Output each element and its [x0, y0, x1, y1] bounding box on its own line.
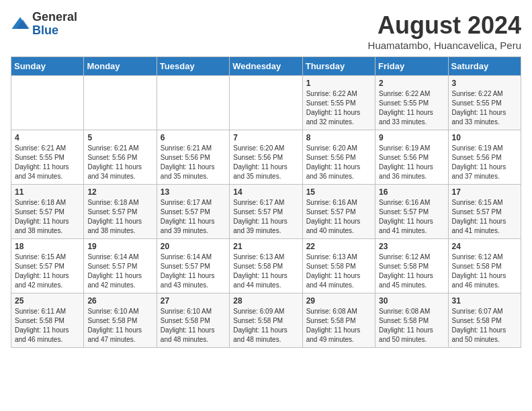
day-info: Sunrise: 6:19 AM Sunset: 5:56 PM Dayligh… — [379, 144, 444, 181]
day-number: 2 — [379, 79, 444, 88]
calendar-cell — [230, 76, 302, 130]
day-info: Sunrise: 6:08 AM Sunset: 5:58 PM Dayligh… — [306, 307, 371, 345]
day-info: Sunrise: 6:12 AM Sunset: 5:58 PM Dayligh… — [379, 253, 444, 290]
sub-title: Huamatambo, Huancavelica, Peru — [368, 40, 521, 51]
day-info: Sunrise: 6:08 AM Sunset: 5:58 PM Dayligh… — [379, 307, 444, 345]
day-header-wednesday: Wednesday — [230, 57, 302, 76]
calendar-cell: 22Sunrise: 6:13 AM Sunset: 5:58 PM Dayli… — [302, 239, 375, 293]
calendar-cell: 30Sunrise: 6:08 AM Sunset: 5:58 PM Dayli… — [375, 293, 448, 348]
calendar-cell: 4Sunrise: 6:21 AM Sunset: 5:55 PM Daylig… — [11, 130, 84, 185]
day-number: 21 — [233, 242, 298, 251]
day-info: Sunrise: 6:11 AM Sunset: 5:58 PM Dayligh… — [15, 307, 80, 345]
calendar-cell: 29Sunrise: 6:08 AM Sunset: 5:58 PM Dayli… — [302, 293, 375, 348]
day-number: 7 — [233, 133, 298, 142]
calendar-cell: 20Sunrise: 6:14 AM Sunset: 5:57 PM Dayli… — [157, 239, 229, 293]
calendar-cell: 13Sunrise: 6:17 AM Sunset: 5:57 PM Dayli… — [157, 185, 229, 239]
day-info: Sunrise: 6:16 AM Sunset: 5:57 PM Dayligh… — [306, 198, 371, 236]
day-info: Sunrise: 6:18 AM Sunset: 5:57 PM Dayligh… — [87, 198, 152, 236]
day-number: 19 — [87, 242, 152, 251]
day-number: 27 — [161, 296, 226, 306]
calendar-cell: 6Sunrise: 6:21 AM Sunset: 5:56 PM Daylig… — [157, 130, 229, 185]
day-number: 10 — [452, 133, 517, 142]
day-info: Sunrise: 6:18 AM Sunset: 5:57 PM Dayligh… — [15, 198, 80, 236]
day-info: Sunrise: 6:10 AM Sunset: 5:58 PM Dayligh… — [87, 307, 152, 345]
day-number: 3 — [452, 79, 517, 88]
calendar-table: SundayMondayTuesdayWednesdayThursdayFrid… — [11, 56, 521, 348]
day-number: 18 — [15, 242, 80, 251]
day-info: Sunrise: 6:13 AM Sunset: 5:58 PM Dayligh… — [233, 253, 298, 290]
day-info: Sunrise: 6:22 AM Sunset: 5:55 PM Dayligh… — [379, 89, 444, 127]
day-number: 31 — [452, 296, 517, 306]
calendar-cell: 28Sunrise: 6:09 AM Sunset: 5:58 PM Dayli… — [230, 293, 302, 348]
calendar-cell: 7Sunrise: 6:20 AM Sunset: 5:56 PM Daylig… — [230, 130, 302, 185]
day-number: 5 — [87, 133, 152, 142]
day-header-monday: Monday — [84, 57, 157, 76]
day-number: 28 — [233, 296, 298, 306]
calendar-cell: 18Sunrise: 6:15 AM Sunset: 5:57 PM Dayli… — [11, 239, 84, 293]
day-info: Sunrise: 6:10 AM Sunset: 5:58 PM Dayligh… — [161, 307, 226, 345]
day-info: Sunrise: 6:09 AM Sunset: 5:58 PM Dayligh… — [233, 307, 298, 345]
day-number: 22 — [306, 242, 371, 251]
day-number: 29 — [306, 296, 371, 306]
day-info: Sunrise: 6:17 AM Sunset: 5:57 PM Dayligh… — [233, 198, 298, 236]
day-info: Sunrise: 6:20 AM Sunset: 5:56 PM Dayligh… — [233, 144, 298, 181]
calendar-cell: 27Sunrise: 6:10 AM Sunset: 5:58 PM Dayli… — [157, 293, 229, 348]
calendar-cell: 17Sunrise: 6:15 AM Sunset: 5:57 PM Dayli… — [448, 185, 521, 239]
calendar-cell: 31Sunrise: 6:07 AM Sunset: 5:58 PM Dayli… — [448, 293, 521, 348]
calendar-cell: 8Sunrise: 6:20 AM Sunset: 5:56 PM Daylig… — [302, 130, 375, 185]
calendar-cell — [157, 76, 229, 130]
day-info: Sunrise: 6:14 AM Sunset: 5:57 PM Dayligh… — [161, 253, 226, 290]
day-number: 26 — [87, 296, 152, 306]
calendar-cell: 1Sunrise: 6:22 AM Sunset: 5:55 PM Daylig… — [302, 76, 375, 130]
calendar-cell: 5Sunrise: 6:21 AM Sunset: 5:56 PM Daylig… — [84, 130, 157, 185]
day-number: 4 — [15, 133, 80, 142]
logo-icon — [11, 15, 30, 34]
title-area: August 2024 Huamatambo, Huancavelica, Pe… — [368, 11, 521, 51]
day-number: 13 — [161, 187, 226, 197]
calendar-cell: 19Sunrise: 6:14 AM Sunset: 5:57 PM Dayli… — [84, 239, 157, 293]
day-info: Sunrise: 6:15 AM Sunset: 5:57 PM Dayligh… — [452, 198, 517, 236]
day-info: Sunrise: 6:16 AM Sunset: 5:57 PM Dayligh… — [379, 198, 444, 236]
day-info: Sunrise: 6:14 AM Sunset: 5:57 PM Dayligh… — [87, 253, 152, 290]
calendar-cell — [84, 76, 157, 130]
day-header-tuesday: Tuesday — [157, 57, 229, 76]
calendar-cell: 9Sunrise: 6:19 AM Sunset: 5:56 PM Daylig… — [375, 130, 448, 185]
calendar-cell — [11, 76, 84, 130]
day-header-sunday: Sunday — [11, 57, 84, 76]
day-info: Sunrise: 6:12 AM Sunset: 5:58 PM Dayligh… — [452, 253, 517, 290]
calendar-cell: 23Sunrise: 6:12 AM Sunset: 5:58 PM Dayli… — [375, 239, 448, 293]
day-number: 6 — [161, 133, 226, 142]
day-info: Sunrise: 6:21 AM Sunset: 5:55 PM Dayligh… — [15, 144, 80, 181]
day-info: Sunrise: 6:22 AM Sunset: 5:55 PM Dayligh… — [306, 89, 371, 127]
day-number: 8 — [306, 133, 371, 142]
calendar-cell: 25Sunrise: 6:11 AM Sunset: 5:58 PM Dayli… — [11, 293, 84, 348]
day-info: Sunrise: 6:21 AM Sunset: 5:56 PM Dayligh… — [161, 144, 226, 181]
logo-general-text: General — [32, 10, 77, 24]
day-number: 14 — [233, 187, 298, 197]
calendar-cell: 10Sunrise: 6:19 AM Sunset: 5:56 PM Dayli… — [448, 130, 521, 185]
day-info: Sunrise: 6:20 AM Sunset: 5:56 PM Dayligh… — [306, 144, 371, 181]
calendar-cell: 21Sunrise: 6:13 AM Sunset: 5:58 PM Dayli… — [230, 239, 302, 293]
day-number: 20 — [161, 242, 226, 251]
day-number: 17 — [452, 187, 517, 197]
calendar-cell: 11Sunrise: 6:18 AM Sunset: 5:57 PM Dayli… — [11, 185, 84, 239]
calendar-cell: 24Sunrise: 6:12 AM Sunset: 5:58 PM Dayli… — [448, 239, 521, 293]
day-info: Sunrise: 6:15 AM Sunset: 5:57 PM Dayligh… — [15, 253, 80, 290]
day-info: Sunrise: 6:19 AM Sunset: 5:56 PM Dayligh… — [452, 144, 517, 181]
calendar-cell: 3Sunrise: 6:22 AM Sunset: 5:55 PM Daylig… — [448, 76, 521, 130]
day-info: Sunrise: 6:07 AM Sunset: 5:58 PM Dayligh… — [452, 307, 517, 345]
day-number: 23 — [379, 242, 444, 251]
day-info: Sunrise: 6:22 AM Sunset: 5:55 PM Dayligh… — [452, 89, 517, 127]
day-number: 15 — [306, 187, 371, 197]
logo: General Blue — [11, 11, 77, 38]
day-info: Sunrise: 6:13 AM Sunset: 5:58 PM Dayligh… — [306, 253, 371, 290]
day-info: Sunrise: 6:17 AM Sunset: 5:57 PM Dayligh… — [161, 198, 226, 236]
calendar-cell: 14Sunrise: 6:17 AM Sunset: 5:57 PM Dayli… — [230, 185, 302, 239]
calendar-cell: 15Sunrise: 6:16 AM Sunset: 5:57 PM Dayli… — [302, 185, 375, 239]
day-number: 16 — [379, 187, 444, 197]
day-number: 24 — [452, 242, 517, 251]
day-number: 25 — [15, 296, 80, 306]
day-header-friday: Friday — [375, 57, 448, 76]
day-number: 12 — [87, 187, 152, 197]
day-number: 30 — [379, 296, 444, 306]
